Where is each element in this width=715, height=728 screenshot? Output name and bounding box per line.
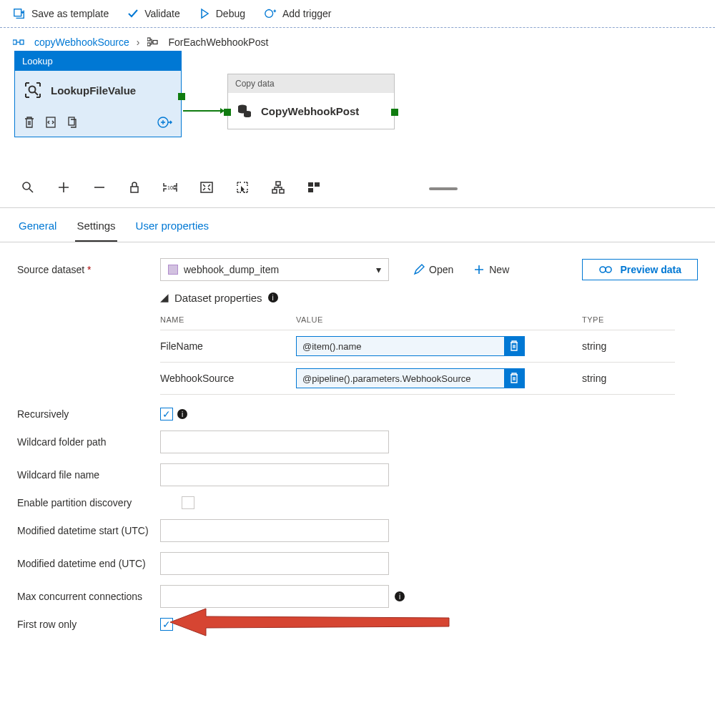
add-output-icon[interactable] bbox=[157, 115, 172, 129]
plus-icon bbox=[473, 264, 485, 275]
breadcrumb-parent-link[interactable]: copyWebhookSource bbox=[34, 36, 129, 48]
select-icon[interactable] bbox=[236, 181, 249, 196]
debug-button[interactable]: Debug bbox=[199, 8, 245, 19]
settings-tabs: General Settings User properties bbox=[0, 211, 715, 242]
minimap-icon[interactable] bbox=[307, 182, 320, 195]
collapse-caret-icon[interactable]: ◢ bbox=[160, 291, 169, 304]
svg-point-1 bbox=[265, 10, 273, 18]
max-conn-input[interactable] bbox=[160, 585, 389, 608]
partition-discovery-checkbox[interactable] bbox=[182, 496, 194, 509]
new-dataset-button[interactable]: New bbox=[473, 264, 509, 275]
trash-icon bbox=[509, 340, 519, 352]
svg-text:100%: 100% bbox=[167, 185, 177, 190]
activity-copy[interactable]: Copy data CopyWebhookPost bbox=[227, 74, 395, 129]
output-port[interactable] bbox=[178, 93, 185, 100]
info-icon[interactable]: i bbox=[395, 591, 405, 601]
zoom-in-icon[interactable] bbox=[57, 181, 70, 196]
recursively-label: Recursively bbox=[17, 408, 160, 420]
code-icon[interactable] bbox=[45, 116, 56, 129]
prop-value-input-wrapper bbox=[296, 368, 525, 388]
svg-rect-18 bbox=[272, 190, 277, 193]
dataset-property-row: FileName string bbox=[160, 330, 675, 362]
tab-general[interactable]: General bbox=[17, 211, 58, 242]
prop-name: WebhookSource bbox=[160, 373, 296, 384]
settings-pane: Source dataset * webhook_dump_item ▾ Ope… bbox=[0, 242, 715, 660]
prop-value-input-wrapper bbox=[296, 336, 525, 356]
preview-data-button[interactable]: Preview data bbox=[582, 259, 698, 280]
prop-delete-button[interactable] bbox=[504, 369, 524, 388]
first-row-only-checkbox[interactable] bbox=[160, 618, 173, 631]
top-toolbar: Save as template Validate Debug Add trig… bbox=[0, 0, 715, 28]
open-dataset-button[interactable]: Open bbox=[413, 264, 453, 275]
validate-label: Validate bbox=[144, 8, 180, 19]
pane-resize-handle[interactable] bbox=[429, 187, 458, 190]
breadcrumb-separator: › bbox=[137, 36, 140, 48]
mod-end-label: Modified datetime end (UTC) bbox=[17, 557, 160, 570]
fit-icon[interactable] bbox=[200, 182, 213, 195]
source-dataset-select[interactable]: webhook_dump_item ▾ bbox=[160, 258, 389, 281]
recursively-checkbox[interactable] bbox=[160, 408, 173, 420]
svg-rect-16 bbox=[201, 182, 212, 192]
prop-value-input[interactable] bbox=[297, 369, 504, 388]
partition-discovery-label: Enable partition discovery bbox=[17, 496, 182, 509]
svg-point-7 bbox=[29, 87, 36, 93]
info-icon[interactable]: i bbox=[177, 409, 187, 419]
activity-copy-title: CopyWebhookPost bbox=[261, 105, 359, 117]
activity-copy-header: Copy data bbox=[228, 74, 394, 93]
svg-rect-2 bbox=[13, 40, 16, 44]
svg-rect-9 bbox=[69, 117, 74, 125]
layout-icon[interactable] bbox=[272, 181, 285, 196]
lookup-icon bbox=[24, 81, 42, 99]
mod-start-input[interactable] bbox=[160, 519, 389, 542]
tab-user-properties[interactable]: User properties bbox=[134, 211, 211, 242]
activity-actions bbox=[15, 109, 181, 137]
tab-settings[interactable]: Settings bbox=[75, 211, 117, 242]
pipeline-canvas[interactable]: Lookup LookupFileValue Copy data CopyWeb… bbox=[0, 51, 715, 172]
play-icon bbox=[199, 8, 210, 19]
save-as-template-button[interactable]: Save as template bbox=[13, 7, 109, 20]
input-port[interactable] bbox=[224, 109, 231, 116]
check-icon bbox=[127, 8, 139, 19]
zoom-reset-icon[interactable]: 100% bbox=[163, 182, 177, 195]
source-dataset-value: webhook_dump_item bbox=[184, 264, 279, 275]
activity-lookup[interactable]: Lookup LookupFileValue bbox=[14, 51, 182, 137]
svg-rect-4 bbox=[147, 38, 150, 41]
svg-rect-17 bbox=[276, 182, 280, 185]
svg-rect-0 bbox=[14, 9, 21, 16]
dataset-file-icon bbox=[168, 265, 178, 275]
add-trigger-button[interactable]: Add trigger bbox=[264, 7, 331, 20]
delete-icon[interactable] bbox=[24, 116, 35, 129]
wildcard-folder-input[interactable] bbox=[160, 431, 389, 453]
svg-rect-22 bbox=[308, 188, 313, 192]
prop-value-input[interactable] bbox=[297, 337, 504, 355]
add-trigger-icon bbox=[264, 7, 277, 20]
zoom-out-icon[interactable] bbox=[93, 181, 106, 196]
info-icon[interactable]: i bbox=[268, 292, 278, 302]
mod-end-input[interactable] bbox=[160, 552, 389, 575]
trash-icon bbox=[509, 373, 519, 384]
svg-point-23 bbox=[600, 267, 606, 272]
pipeline-icon bbox=[13, 37, 24, 47]
output-port[interactable] bbox=[391, 109, 398, 116]
connector-arrow bbox=[183, 102, 229, 119]
breadcrumb: copyWebhookSource › ForEachWebhookPost bbox=[0, 28, 715, 51]
dataset-property-row: WebhookSource string bbox=[160, 362, 675, 395]
search-tool-icon[interactable] bbox=[21, 181, 34, 196]
copy-icon[interactable] bbox=[66, 116, 78, 129]
svg-rect-3 bbox=[20, 40, 24, 44]
validate-button[interactable]: Validate bbox=[127, 8, 180, 19]
prop-type: string bbox=[582, 340, 668, 352]
save-as-template-label: Save as template bbox=[31, 8, 109, 19]
wildcard-file-input[interactable] bbox=[160, 463, 389, 486]
svg-rect-6 bbox=[153, 41, 157, 44]
wildcard-file-label: Wildcard file name bbox=[17, 468, 160, 481]
chevron-down-icon: ▾ bbox=[376, 264, 381, 275]
prop-delete-button[interactable] bbox=[504, 337, 524, 355]
prop-type: string bbox=[582, 373, 668, 384]
first-row-only-label: First row only bbox=[17, 618, 160, 631]
activity-lookup-title: LookupFileValue bbox=[51, 84, 136, 97]
dataset-properties-header: Dataset properties bbox=[174, 292, 262, 304]
database-copy-icon bbox=[237, 103, 252, 119]
lock-icon[interactable] bbox=[129, 181, 140, 196]
breadcrumb-current: ForEachWebhookPost bbox=[169, 36, 269, 48]
